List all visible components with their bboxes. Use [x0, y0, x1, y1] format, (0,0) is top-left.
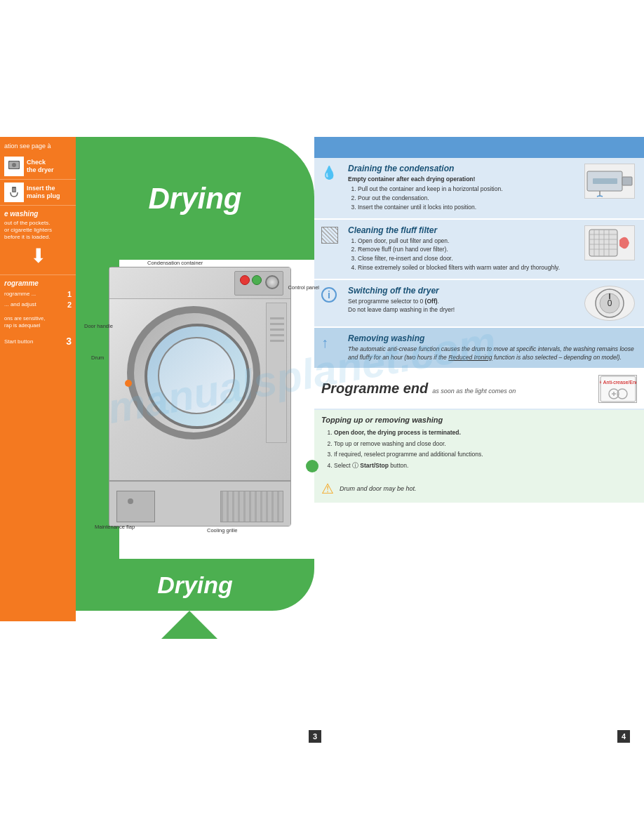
sidebar-before-washing: e washing out of the pockets.or cigarett…	[0, 206, 76, 275]
dryer-door-inner	[145, 324, 250, 429]
dryer-indicator-green	[252, 275, 262, 285]
programme-end-left: Programme end as soon as the light comes…	[321, 380, 516, 397]
page-number-4: 4	[617, 730, 630, 743]
warning-text: Drum and door may be hot.	[340, 485, 417, 492]
switching-thumb-image: 0	[584, 286, 635, 321]
dryer-indicator-red	[240, 275, 250, 285]
draining-thumb-image	[584, 164, 635, 199]
label-condensation: Condensation container	[147, 260, 203, 266]
dryer-vent-line-2	[270, 323, 284, 325]
programme-end-icon-svg: ✳ Anti-crease/End	[600, 376, 636, 402]
dryer-cooling-grille	[220, 491, 283, 522]
section-topping: Topping up or removing washing Open door…	[314, 410, 644, 503]
dryer-knob-1	[265, 275, 279, 289]
programme-end-title: Programme end	[321, 380, 428, 397]
topping-step-3: If required, reselect programme and addi…	[334, 450, 637, 460]
check-dryer-label: Checkthe dryer	[27, 159, 54, 174]
insert-plug-label: Insert themains plug	[27, 185, 60, 200]
removing-text-area: Removing washing The automatic anti-crea…	[348, 333, 637, 362]
switching-icon: i	[321, 286, 342, 303]
programme-item-1-num: 1	[67, 290, 72, 298]
section-removing: ↑ Removing washing The automatic anti-cr…	[314, 328, 644, 369]
switching-thumb-svg: 0	[586, 286, 633, 320]
sidebar-start-button: Start button 3	[0, 333, 76, 350]
draining-icon: 💧	[321, 164, 342, 180]
svg-rect-8	[593, 178, 617, 184]
draining-thumb-svg	[586, 164, 633, 198]
svg-rect-5	[15, 188, 16, 192]
programme-item-1: rogramme ... 1	[4, 290, 72, 298]
draining-step-1: Pull out the container and keep in a hor…	[358, 185, 579, 194]
programme-item-2-text: ... and adjust	[4, 301, 36, 308]
programme-item-1-text: rogramme ...	[4, 291, 36, 298]
section-programme-end: Programme end as soon as the light comes…	[314, 369, 644, 410]
cleaning-step-4: Rinse extremely soiled or blocked filter…	[358, 264, 579, 272]
dryer-vent-line-4	[270, 334, 284, 336]
draining-title: Draining the condensation	[348, 164, 579, 173]
dryer-door-outer	[127, 306, 260, 439]
label-cooling-grille: Cooling grille	[207, 527, 237, 534]
before-washing-heading: e washing	[4, 210, 72, 218]
removing-icon: ↑	[321, 333, 342, 351]
svg-rect-7	[622, 177, 632, 185]
topping-steps: Open door, the drying process is termina…	[321, 428, 637, 470]
draining-step-3: Insert the container until it locks into…	[358, 204, 579, 212]
draining-step-2: Pour out the condensation.	[358, 194, 579, 203]
dryer-control-panel-area	[234, 271, 283, 296]
drying-title-top: Drying	[148, 182, 241, 216]
draining-text-area: Draining the condensation Empty containe…	[348, 164, 579, 213]
programme-heading: rogramme	[4, 279, 72, 287]
sidebar-insert-plug: Insert themains plug	[0, 180, 76, 206]
warning-icon: ⚠	[321, 480, 334, 497]
topping-title: Topping up or removing washing	[321, 416, 637, 424]
svg-text:✳ Anti-crease/End: ✳ Anti-crease/End	[600, 380, 636, 385]
page-number-3: 3	[309, 730, 321, 743]
switching-body: Set programme selector to 0 (Off). Do no…	[348, 298, 579, 315]
sidebar-sensitive-note: ons are sensitive,rap is adequael	[0, 315, 76, 333]
dryer-body-container: Condensation container Door handle Drum …	[102, 239, 298, 548]
removing-title: Removing washing	[348, 333, 637, 343]
sidebar-check-dryer: Checkthe dryer	[0, 154, 76, 180]
draining-body: Empty container after each drying operat…	[348, 176, 579, 212]
warning-row: ⚠ Drum and door may be hot.	[321, 476, 637, 497]
dryer-side-panel	[266, 303, 287, 443]
cleaning-thumb-svg	[586, 226, 633, 260]
cleaning-text-area: Cleaning the fluff filter Open door, pul…	[348, 225, 579, 274]
dryer-vent-line-3	[270, 329, 284, 331]
label-maintenance-flap: Maintenance flap	[95, 524, 135, 530]
programme-end-subtitle: as soon as the light comes on	[432, 388, 516, 395]
switching-title: Switching off the dryer	[348, 286, 579, 296]
before-washing-text: out of the pockets.or cigarette lighters…	[4, 220, 72, 241]
info-icon: i	[321, 287, 337, 303]
cleaning-title: Cleaning the fluff filter	[348, 225, 579, 235]
dryer-body	[109, 267, 291, 527]
programme-end-icon-box: ✳ Anti-crease/End	[598, 375, 637, 403]
insert-plug-icon	[4, 183, 24, 202]
green-arrow-head-up	[161, 611, 217, 639]
svg-rect-10	[589, 230, 617, 256]
switching-thumbnail: 0	[584, 286, 637, 321]
cleaning-steps: Open door, pull out filter and open. Rem…	[348, 237, 579, 273]
start-button-text: Start button	[4, 338, 33, 345]
programme-item-2: ... and adjust 2	[4, 300, 72, 309]
sidebar-programme: rogramme rogramme ... 1 ... and adjust 2	[0, 275, 76, 315]
topping-step-2: Top up or remove washing and close door.	[334, 439, 637, 449]
svg-point-2	[12, 163, 16, 167]
page-wrapper: ation see page à Checkthe dryer	[0, 0, 644, 834]
section-switching: i Switching off the dryer Set programme …	[314, 280, 644, 328]
cleaning-step-2: Remove fluff (run hand over filter).	[358, 246, 579, 254]
removing-body: The automatic anti-crease function cause…	[348, 345, 637, 362]
green-dot	[306, 460, 318, 472]
dryer-flap-dot	[128, 498, 133, 504]
section-cleaning: Cleaning the fluff filter Open door, pul…	[314, 220, 644, 281]
up-arrow-icon: ↑	[321, 335, 328, 351]
cleaning-step-3: Close filter, re-insert and close door.	[358, 255, 579, 263]
cleaning-body: Open door, pull out filter and open. Rem…	[348, 237, 579, 273]
switching-text-area: Switching off the dryer Set programme se…	[348, 286, 579, 315]
svg-rect-3	[12, 187, 16, 192]
svg-text:0: 0	[608, 298, 612, 308]
left-sidebar: ation see page à Checkthe dryer	[0, 137, 76, 621]
water-drops-icon: 💧	[321, 165, 337, 180]
section-draining: 💧 Draining the condensation Empty contai…	[314, 158, 644, 220]
filter-icon	[321, 227, 338, 244]
